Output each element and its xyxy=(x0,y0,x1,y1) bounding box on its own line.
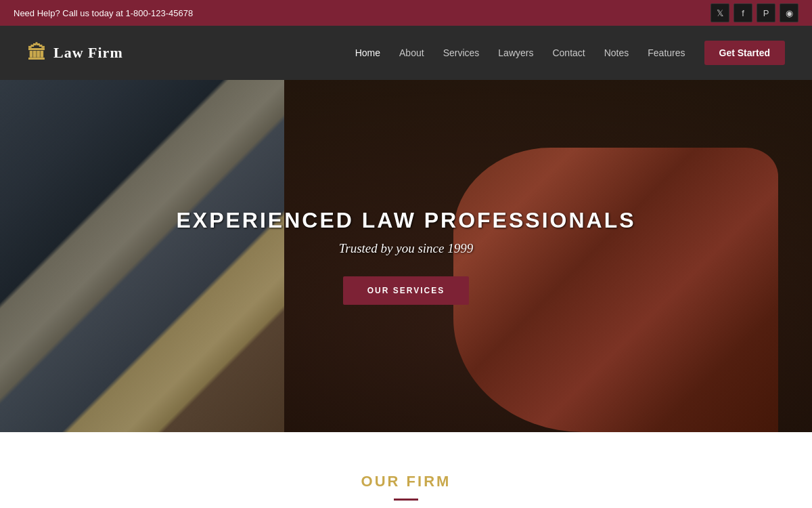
facebook-icon[interactable]: f xyxy=(734,3,752,22)
hero-subtitle: Trusted by you since 1999 xyxy=(176,241,635,256)
nav-link-home[interactable]: Home xyxy=(355,47,380,58)
help-text: Need Help? Call us today at 1-800-123-45… xyxy=(14,8,193,18)
get-started-button[interactable]: Get Started xyxy=(704,41,785,65)
nav-link-features[interactable]: Features xyxy=(648,47,685,58)
nav-item-features[interactable]: Features xyxy=(648,47,685,59)
hero-section: EXPERIENCED LAW PROFESSIONALS Trusted by… xyxy=(0,80,812,432)
nav-item-notes[interactable]: Notes xyxy=(604,47,629,59)
nav-item-home[interactable]: Home xyxy=(355,47,380,59)
logo-text: Law Firm xyxy=(53,44,123,62)
nav-item-contact[interactable]: Contact xyxy=(552,47,585,59)
nav-link-lawyers[interactable]: Lawyers xyxy=(498,47,533,58)
social-icons: 𝕏 f P ◉ xyxy=(710,3,798,22)
nav-links: Home About Services Lawyers Contact Note… xyxy=(355,47,785,59)
logo[interactable]: 🏛 Law Firm xyxy=(27,42,123,64)
top-bar: Need Help? Call us today at 1-800-123-45… xyxy=(0,0,812,26)
hero-title: EXPERIENCED LAW PROFESSIONALS xyxy=(176,208,635,233)
nav-link-notes[interactable]: Notes xyxy=(604,47,629,58)
firm-section: OUR FIRM We are a small firm located in … xyxy=(0,432,812,508)
dribbble-icon[interactable]: ◉ xyxy=(780,3,798,22)
nav-link-contact[interactable]: Contact xyxy=(552,47,585,58)
nav-item-about[interactable]: About xyxy=(399,47,424,59)
firm-title: OUR FIRM xyxy=(135,473,677,490)
nav-item-lawyers[interactable]: Lawyers xyxy=(498,47,533,59)
twitter-icon[interactable]: 𝕏 xyxy=(710,3,729,22)
our-services-button[interactable]: OUR SERVICES xyxy=(343,276,469,305)
nav-link-services[interactable]: Services xyxy=(443,47,480,58)
logo-icon: 🏛 xyxy=(27,42,47,64)
nav-link-about[interactable]: About xyxy=(399,47,424,58)
navbar: 🏛 Law Firm Home About Services Lawyers C… xyxy=(0,26,812,80)
hero-content: EXPERIENCED LAW PROFESSIONALS Trusted by… xyxy=(176,208,635,305)
nav-item-cta[interactable]: Get Started xyxy=(704,47,785,59)
pinterest-icon[interactable]: P xyxy=(757,3,775,22)
nav-item-services[interactable]: Services xyxy=(443,47,480,59)
firm-divider xyxy=(394,499,418,501)
